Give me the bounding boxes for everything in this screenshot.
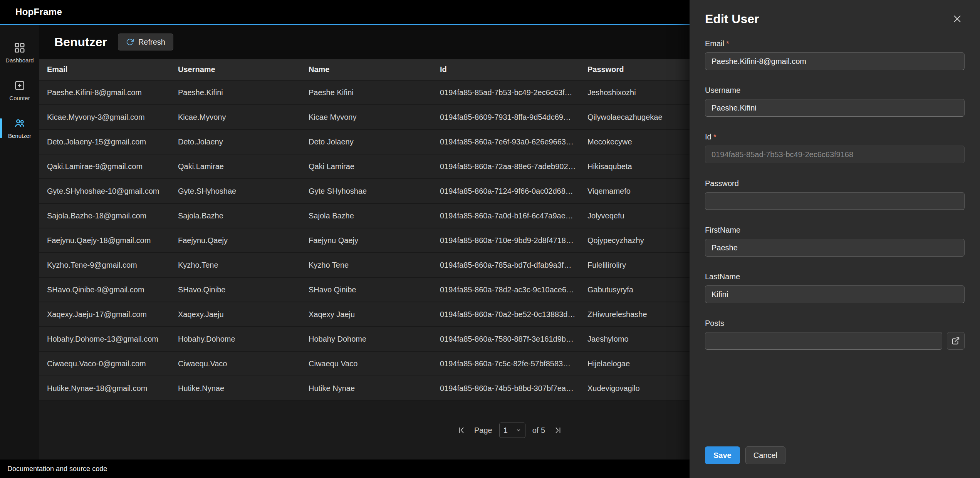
cancel-button[interactable]: Cancel	[745, 446, 785, 464]
lastname-label-text: LastName	[705, 272, 740, 281]
cell-name: Ciwaequ Vaco	[301, 359, 432, 368]
required-asterisk: *	[713, 132, 717, 141]
cell-name: Faejynu Qaejy	[301, 236, 432, 245]
password-label-text: Password	[705, 179, 739, 188]
cell-email: Paeshe.Kifini-8@gmail.com	[39, 88, 170, 97]
cell-email: Hobahy.Dohome-13@gmail.com	[39, 335, 170, 344]
cell-name: Qaki Lamirae	[301, 162, 432, 171]
cell-id: 0194fa85-860a-785a-bd7d-dfab9a3f…	[432, 261, 580, 270]
cell-name: Xaqexy Jaeju	[301, 310, 432, 319]
cell-id: 0194fa85-860a-72aa-88e6-7adeb902…	[432, 162, 580, 171]
password-field[interactable]	[705, 192, 965, 210]
posts-field[interactable]	[705, 332, 942, 350]
username-field[interactable]	[705, 99, 965, 117]
counter-icon	[14, 80, 25, 91]
cell-id: 0194fa85-860a-7124-9f66-0ac02d68…	[432, 187, 580, 196]
lastname-field[interactable]	[705, 285, 965, 303]
cell-name: Hutike Nynae	[301, 384, 432, 393]
panel-header: Edit User	[705, 12, 965, 26]
cell-email: Kicae.Myvony-3@gmail.com	[39, 113, 170, 122]
cell-username: Xaqexy.Jaeju	[170, 310, 301, 319]
cell-email: Qaki.Lamirae-9@gmail.com	[39, 162, 170, 171]
column-header-id[interactable]: Id	[432, 65, 580, 74]
email-field-group: Email *	[705, 39, 965, 70]
cell-username: Paeshe.Kifini	[170, 88, 301, 97]
page-word: Page	[474, 426, 492, 435]
cell-name: Sajola Bazhe	[301, 211, 432, 220]
username-field-group: Username	[705, 86, 965, 117]
cell-name: Deto Jolaeny	[301, 138, 432, 146]
first-page-icon	[457, 426, 466, 434]
cell-username: Kyzho.Tene	[170, 261, 301, 270]
sidebar-item-label: Counter	[9, 95, 30, 101]
last-page-button[interactable]	[552, 424, 564, 436]
id-label-text: Id	[705, 132, 712, 141]
column-header-username[interactable]: Username	[170, 65, 301, 74]
lastname-label: LastName	[705, 272, 965, 281]
id-field-group: Id *	[705, 132, 965, 163]
close-button[interactable]	[950, 12, 965, 26]
email-field[interactable]	[705, 52, 965, 70]
cell-username: Hobahy.Dohome	[170, 335, 301, 344]
page-select[interactable]: 1	[499, 423, 525, 438]
cell-name: Paeshe Kifini	[301, 88, 432, 97]
column-header-email[interactable]: Email	[39, 65, 170, 74]
cell-username: Gyte.SHyhoshae	[170, 187, 301, 196]
column-header-name[interactable]: Name	[301, 65, 432, 74]
id-field	[705, 146, 965, 163]
cell-email: Deto.Jolaeny-15@gmail.com	[39, 138, 170, 146]
cell-name: Kyzho Tene	[301, 261, 432, 270]
required-asterisk: *	[726, 39, 729, 48]
cell-email: SHavo.Qinibe-9@gmail.com	[39, 285, 170, 294]
panel-spacer	[705, 350, 965, 446]
posts-field-group: Posts	[705, 319, 965, 350]
cell-id: 0194fa85-860a-70a2-be52-0c13883d…	[432, 310, 580, 319]
cell-id: 0194fa85-860a-710e-9bd9-2d8f4718…	[432, 236, 580, 245]
edit-user-panel: Edit User Email * Username	[690, 0, 980, 478]
refresh-icon	[126, 38, 134, 46]
documentation-link[interactable]: Documentation and source code	[7, 465, 107, 473]
cell-email: Sajola.Bazhe-18@gmail.com	[39, 211, 170, 220]
cell-id: 0194fa85-860a-7a0d-b16f-6c47a9ae…	[432, 211, 580, 220]
sidebar-item-label: Benutzer	[8, 132, 31, 139]
cell-email: Kyzho.Tene-9@gmail.com	[39, 261, 170, 270]
close-icon	[952, 14, 962, 24]
cell-username: Hutike.Nynae	[170, 384, 301, 393]
cell-username: Sajola.Bazhe	[170, 211, 301, 220]
refresh-label: Refresh	[138, 38, 165, 47]
cell-id: 0194fa85-85ad-7b53-bc49-2ec6c63f…	[432, 88, 580, 97]
posts-label: Posts	[705, 319, 965, 328]
posts-row	[705, 332, 965, 350]
open-posts-button[interactable]	[947, 332, 965, 350]
cell-id: 0194fa85-860a-74b5-b8bd-307bf7ea…	[432, 384, 580, 393]
cell-email: Hutike.Nynae-18@gmail.com	[39, 384, 170, 393]
email-label-text: Email	[705, 39, 724, 48]
cell-username: Ciwaequ.Vaco	[170, 359, 301, 368]
sidebar-item-counter[interactable]: Counter	[0, 73, 39, 108]
refresh-button[interactable]: Refresh	[118, 34, 173, 50]
app-brand: HopFrame	[15, 7, 62, 17]
last-page-icon	[554, 426, 562, 434]
panel-actions: Save Cancel	[705, 446, 965, 464]
username-label-text: Username	[705, 86, 740, 95]
password-label: Password	[705, 179, 965, 188]
cell-email: Xaqexy.Jaeju-17@gmail.com	[39, 310, 170, 319]
lastname-field-group: LastName	[705, 272, 965, 303]
save-button[interactable]: Save	[705, 446, 740, 464]
firstname-field[interactable]	[705, 239, 965, 257]
email-label: Email *	[705, 39, 965, 48]
sidebar-item-dashboard[interactable]: Dashboard	[0, 35, 39, 70]
cell-username: Deto.Jolaeny	[170, 138, 301, 146]
page-select-value: 1	[503, 426, 508, 435]
cell-id: 0194fa85-860a-7580-887f-3e161d9b…	[432, 335, 580, 344]
sidebar-item-benutzer[interactable]: Benutzer	[0, 111, 39, 146]
cell-email: Gyte.SHyhoshae-10@gmail.com	[39, 187, 170, 196]
page-of-text: of 5	[532, 426, 545, 435]
cell-name: Kicae Myvony	[301, 113, 432, 122]
cell-username: Qaki.Lamirae	[170, 162, 301, 171]
cell-name: Hobahy Dohome	[301, 335, 432, 344]
cell-name: SHavo Qinibe	[301, 285, 432, 294]
first-page-button[interactable]	[456, 424, 467, 436]
posts-label-text: Posts	[705, 319, 724, 328]
cell-id: 0194fa85-860a-7c5c-82fe-57bf8583…	[432, 359, 580, 368]
